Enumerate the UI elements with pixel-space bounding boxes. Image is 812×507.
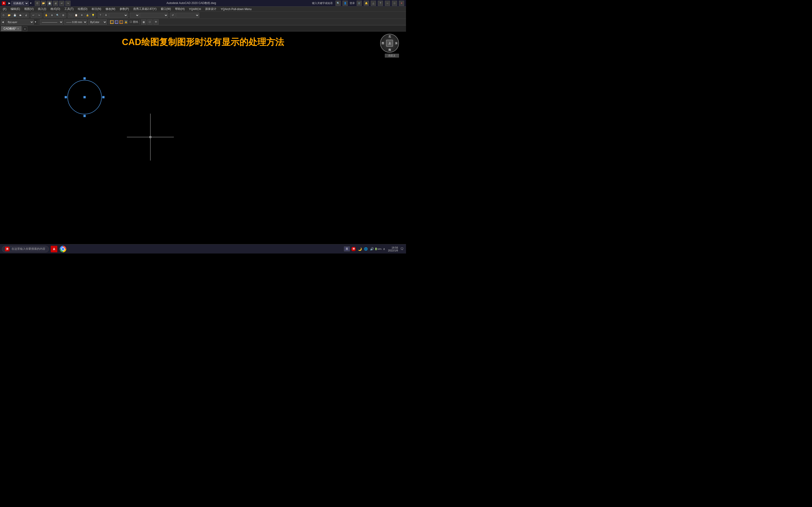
menu-modify[interactable]: 修改(M) <box>104 7 117 11</box>
title-bar: A ▶ 经典模式 ▼ 🗋 📂 💾 🖨 ↩ ↪ Autodesk AutoCAD … <box>0 0 406 7</box>
layer-freeze-btn[interactable]: ❄ <box>79 13 84 18</box>
save-btn[interactable]: 💾 <box>47 1 52 6</box>
undo-btn[interactable]: ↩ <box>59 1 64 6</box>
redo-btn[interactable]: ↪ <box>65 1 70 6</box>
selected-circle-container[interactable] <box>66 78 103 116</box>
tray-sougou-icon[interactable]: 搜 <box>351 247 356 251</box>
help2-btn[interactable]: ? <box>98 13 103 18</box>
color-icon1[interactable]: ⬛ <box>110 20 114 24</box>
save-file-btn[interactable]: 💾 <box>12 13 17 18</box>
pan-btn[interactable]: ✋ <box>44 13 49 18</box>
menu-annotate[interactable]: 标注(N) <box>90 7 103 11</box>
linewidth-dropdown[interactable]: —— 0.00 mm <box>64 19 87 25</box>
crosshair-vertical <box>150 114 151 161</box>
color-dropdown[interactable]: ByColor <box>88 19 107 25</box>
viewport-dropdown[interactable] <box>176 13 199 18</box>
mode-dropdown[interactable]: 经典模式 <box>11 1 29 6</box>
menu-yqarch-pulldown[interactable]: YQArch Pull-down Menu <box>219 7 253 11</box>
menu-insert[interactable]: 插入(I) <box>36 7 48 11</box>
menu-yqarch[interactable]: YQARCH <box>187 7 203 11</box>
layer-arrow: ▼ <box>34 21 37 23</box>
color-icon2[interactable]: ⬛ <box>115 20 118 24</box>
hatch-btn[interactable]: ▦ <box>141 19 146 25</box>
view-refresh-btn[interactable]: ↺ <box>170 13 175 18</box>
layer-prev-btn[interactable]: ◀ <box>1 19 5 25</box>
handle-bottom[interactable] <box>84 115 86 117</box>
dimension-style-dropdown[interactable] <box>140 13 168 18</box>
menu-yanxiu[interactable]: 燕秀工具箱2.87(Y) <box>131 7 158 11</box>
menu-format[interactable]: 格式(O) <box>49 7 62 11</box>
redo2-btn[interactable]: ↪ <box>37 13 42 18</box>
open-btn[interactable]: 📂 <box>7 13 12 18</box>
help-user-btn[interactable]: 👤 <box>343 1 348 6</box>
minimize-btn[interactable]: ─ <box>385 1 390 6</box>
color-icon3[interactable]: ⬛ <box>119 20 123 24</box>
new-btn[interactable]: 🗋 <box>1 13 6 18</box>
menu-help[interactable]: 帮助(H) <box>173 7 187 11</box>
menu-edit[interactable]: 编辑(E) <box>9 7 22 11</box>
menu-params[interactable]: 参数(P) <box>118 7 131 11</box>
sep7 <box>38 20 38 24</box>
layer-dropdown[interactable]: ByLayer <box>6 19 34 25</box>
tray-battery-icon[interactable]: 🔋64% <box>376 247 380 251</box>
zoom-extent-btn[interactable]: ⊞ <box>61 13 66 18</box>
search-btn[interactable]: 🔍 <box>336 1 341 6</box>
text-btn[interactable]: A <box>103 13 109 18</box>
text-style-dropdown[interactable] <box>109 13 128 18</box>
tray-speaker-icon[interactable]: 🔊 <box>369 247 374 251</box>
bell-icon[interactable]: 🔔 <box>364 1 369 6</box>
tab-close-btn[interactable]: ✕ <box>17 27 19 30</box>
linetype-dropdown[interactable]: —————— <box>40 19 63 25</box>
plot-btn[interactable]: 🖨 <box>23 13 29 18</box>
handle-left[interactable] <box>65 96 67 98</box>
notification-icon[interactable]: 🗨 <box>399 247 404 251</box>
login-label[interactable]: 登录 <box>350 1 355 5</box>
question-icon[interactable]: ? <box>378 1 383 6</box>
menu-draw[interactable]: 绘图(D) <box>76 7 89 11</box>
cart-icon[interactable]: 🛒 <box>357 1 362 6</box>
menu-view[interactable]: 视图(V) <box>22 7 36 11</box>
handle-center[interactable] <box>84 96 86 98</box>
handle-right[interactable] <box>102 96 105 98</box>
tab-add-btn[interactable]: + <box>22 26 27 31</box>
open-file-btn[interactable]: 📂 <box>41 1 46 6</box>
new-file-btn[interactable]: 🗋 <box>35 1 40 6</box>
menu-file[interactable]: (F) <box>1 7 8 11</box>
gradient-btn[interactable]: ⬡ <box>147 19 152 25</box>
compass-north: 北 <box>388 35 391 38</box>
taskbar-chrome-icon[interactable] <box>59 245 67 253</box>
match-prop-btn[interactable]: ⬛ <box>68 13 73 18</box>
compass-circle[interactable]: 北 南 东 西 上 <box>380 34 399 53</box>
taskbar-autocad-icon[interactable]: A <box>50 245 58 253</box>
tray-up-arrow-icon[interactable]: ∧ <box>382 247 387 251</box>
layer-lock-btn[interactable]: 🔒 <box>85 13 90 18</box>
saveas-btn[interactable]: 🖿 <box>18 13 23 18</box>
lock-icon[interactable]: 🔒 <box>124 20 128 24</box>
taskbar-search[interactable]: 搜 在这里输入你要搜索的内容 <box>2 246 49 252</box>
input-lang-indicator[interactable]: 英 <box>344 246 350 251</box>
menu-tools[interactable]: 工具(T) <box>62 7 75 11</box>
compass-center-btn[interactable]: 上 <box>386 40 393 47</box>
isolate-btn[interactable]: 👁 <box>153 19 159 25</box>
linetype-scale-dropdown[interactable] <box>130 13 139 18</box>
layer-manage-btn[interactable]: 📋 <box>73 13 79 18</box>
zoom-plus-btn[interactable]: ⊕ <box>49 13 54 18</box>
tray-network-icon[interactable]: 🌐 <box>363 247 368 251</box>
handle-top[interactable] <box>84 77 86 79</box>
canvas-area[interactable]: CAD绘图复制图形时没有显示的处理方法 北 南 东 西 上 自定义 然后我们再来… <box>0 32 406 253</box>
tray-moon-icon[interactable]: 🌙 <box>357 247 362 251</box>
layer-off-btn[interactable]: 💡 <box>91 13 96 18</box>
tab-cad-tutorial[interactable]: CAD教程* ✕ <box>1 26 21 31</box>
zoom-window-btn[interactable]: 🔍 <box>55 13 60 18</box>
taskbar-clock[interactable]: 18:56 2022/1/8 <box>388 246 398 252</box>
print-btn[interactable]: 🖨 <box>53 1 58 6</box>
close-btn[interactable]: ✕ <box>399 1 404 6</box>
menu-window[interactable]: 窗口(W) <box>159 7 173 11</box>
compass-extra-btn[interactable]: 自定义 <box>385 54 399 58</box>
undo2-btn[interactable]: ↩ <box>31 13 36 18</box>
maximize-btn[interactable]: □ <box>392 1 397 6</box>
triangle-icon[interactable]: △ <box>371 1 376 6</box>
menu-yuanquan[interactable]: 源泉设计 <box>203 7 218 11</box>
toolbar2: ◀ ByLayer ▼ —————— —— 0.00 mm ByColor ⬛ … <box>0 19 406 25</box>
paper-checkbox[interactable]: ☐ <box>130 20 132 23</box>
